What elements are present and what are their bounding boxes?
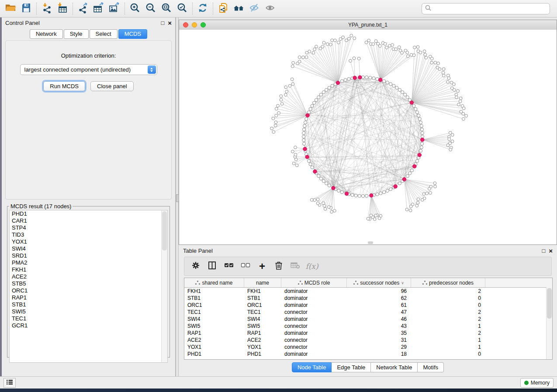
table-row[interactable]: STB1STB1dominator620: [184, 295, 552, 302]
column-header-shared-name[interactable]: shared name: [184, 278, 244, 287]
table-cell: dominator: [281, 330, 347, 336]
show-column-button[interactable]: [207, 261, 218, 272]
mcds-result-item[interactable]: TID3: [10, 231, 167, 238]
zoom-fit-button[interactable]: [159, 2, 174, 16]
column-header-name[interactable]: name: [244, 278, 281, 287]
refresh-icon: [197, 2, 208, 15]
table-cell: dominator: [281, 316, 347, 322]
table-cell: TEC1: [184, 309, 244, 315]
mcds-result-item[interactable]: TEC1: [10, 315, 167, 322]
table-tabs: Node TableEdge TableNetwork TableMotifs: [179, 362, 557, 372]
column-header-successor-nodes[interactable]: successor nodes∨: [347, 278, 411, 287]
tab-style[interactable]: Style: [64, 29, 89, 39]
table-row[interactable]: SWI5SWI5connector431: [184, 323, 552, 330]
tab-motifs[interactable]: Motifs: [418, 362, 444, 372]
mcds-result-item[interactable]: CAR1: [10, 217, 167, 224]
mcds-result-item[interactable]: ORC1: [10, 287, 167, 294]
mcds-result-item[interactable]: GCR1: [10, 322, 167, 329]
deselect-all-rows-button[interactable]: [240, 261, 251, 272]
search-input[interactable]: [432, 5, 547, 12]
mcds-result-item[interactable]: STB1: [10, 301, 167, 308]
zoom-in-button[interactable]: [127, 2, 143, 16]
table-cell: STB1: [184, 295, 244, 301]
mcds-result-item[interactable]: YOX1: [10, 238, 167, 245]
network-canvas[interactable]: [179, 30, 557, 244]
eye-icon: [265, 2, 276, 15]
delete-column-button[interactable]: [273, 261, 284, 272]
import-network-button[interactable]: [39, 2, 55, 16]
task-history-button[interactable]: [3, 378, 16, 388]
criterion-select[interactable]: largest connected component (undirected): [20, 64, 157, 75]
mcds-result-item[interactable]: PMA2: [10, 259, 167, 266]
network-graph[interactable]: [179, 30, 557, 244]
mcds-result-list[interactable]: PHD1CAR1STP4TID3YOX1SWI4SRD1PMA2FKH1ACE2…: [9, 210, 168, 363]
export-network-button[interactable]: [75, 2, 91, 16]
column-type-icon: [195, 281, 200, 285]
mcds-result-item[interactable]: SRD1: [10, 252, 167, 259]
run-mcds-button[interactable]: Run MCDS: [43, 81, 85, 91]
table-cell: SWI4: [184, 316, 244, 322]
mcds-result-item[interactable]: FKH1: [10, 266, 167, 273]
table-row[interactable]: RAP1RAP1dominator352: [184, 330, 552, 337]
table-cell: dominator: [281, 302, 347, 308]
mcds-result-item[interactable]: RAP1: [10, 294, 167, 301]
export-table-button[interactable]: [91, 2, 107, 16]
function-builder-button: f(x): [307, 261, 317, 272]
gear-icon: [191, 261, 200, 272]
tab-network[interactable]: Network: [30, 29, 63, 39]
hide-selected-button[interactable]: [247, 2, 263, 16]
table-cell: TEC1: [244, 309, 281, 315]
open-file-button[interactable]: [3, 2, 18, 16]
mcds-result-item[interactable]: ACE2: [10, 273, 167, 280]
mcds-list-scrollbar[interactable]: [161, 210, 167, 362]
table-settings-button[interactable]: [190, 261, 201, 272]
close-table-panel-icon[interactable]: ×: [549, 248, 553, 254]
memory-button[interactable]: Memory: [520, 378, 554, 388]
tab-edge-table[interactable]: Edge Table: [332, 362, 371, 372]
first-neighbors-button[interactable]: [231, 2, 247, 16]
panel-splitter[interactable]: [176, 17, 179, 376]
table-row[interactable]: ORC1ORC1dominator610: [184, 302, 552, 309]
tab-mcds[interactable]: MCDS: [118, 29, 147, 39]
network-window-titlebar[interactable]: YPA_prune.txt_1: [179, 20, 557, 30]
table-cell: YOX1: [244, 344, 281, 350]
import-table-button[interactable]: [55, 2, 70, 16]
table-row[interactable]: TEC1TEC1connector472: [184, 309, 552, 316]
select-stepper-icon: [148, 65, 156, 74]
tab-select[interactable]: Select: [90, 29, 118, 39]
float-panel-icon[interactable]: □: [161, 20, 164, 26]
unchecked-boxes-icon: [241, 261, 250, 272]
save-session-button[interactable]: [18, 2, 34, 16]
mcds-result-item[interactable]: SWI4: [10, 245, 167, 252]
zoom-out-button[interactable]: [143, 2, 159, 16]
table-scrollbar[interactable]: [546, 287, 552, 359]
close-panel-icon[interactable]: ×: [168, 20, 172, 26]
table-row[interactable]: FKH1FKH1dominator962: [184, 288, 552, 295]
export-image-button[interactable]: [107, 2, 122, 16]
column-header-MCDS-role[interactable]: MCDS role: [281, 278, 347, 287]
mcds-result-item[interactable]: STP4: [10, 224, 167, 231]
control-panel: Control Panel □ × NetworkStyleSelectMCDS…: [2, 17, 176, 376]
float-table-panel-icon[interactable]: □: [542, 248, 545, 254]
zoom-selected-button[interactable]: [174, 2, 190, 16]
table-row[interactable]: YOX1YOX1connector291: [184, 344, 552, 351]
clone-network-button[interactable]: [215, 2, 231, 16]
refresh-button[interactable]: [195, 2, 211, 16]
tab-network-table[interactable]: Network Table: [371, 362, 418, 372]
node-table: shared namenameMCDS rolesuccessor nodes∨…: [184, 278, 553, 360]
mcds-result-item[interactable]: STB5: [10, 280, 167, 287]
table-cell: dominator: [281, 288, 347, 294]
table-cell: 18: [347, 351, 411, 357]
tab-node-table[interactable]: Node Table: [292, 362, 332, 372]
network-hscroll-thumb[interactable]: [368, 241, 373, 244]
mcds-result-item[interactable]: SWI5: [10, 308, 167, 315]
column-header-predecessor-nodes[interactable]: predecessor nodes: [411, 278, 485, 287]
select-all-rows-button[interactable]: [224, 261, 234, 272]
table-row[interactable]: SWI4SWI4dominator462: [184, 316, 552, 323]
close-panel-button[interactable]: Close panel: [90, 81, 134, 91]
create-column-button[interactable]: +: [257, 261, 267, 272]
mcds-result-item[interactable]: PHD1: [10, 210, 167, 217]
table-row[interactable]: PHD1PHD1dominator180: [184, 351, 552, 358]
show-all-button[interactable]: [263, 2, 278, 16]
table-row[interactable]: ACE2ACE2connector311: [184, 337, 552, 344]
